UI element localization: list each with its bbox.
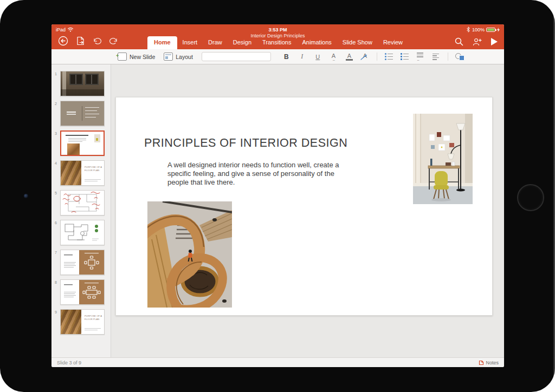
slide-canvas[interactable]: PRINCIPLES OF INTERIOR DESIGN A well des… <box>111 64 504 357</box>
home-button[interactable] <box>517 184 544 211</box>
thumbnail-item-6[interactable]: 6 <box>51 220 111 245</box>
slide-1-thumbnail[interactable] <box>60 71 105 96</box>
clock: 3:53 PM <box>51 27 504 32</box>
shape-icon <box>455 53 464 61</box>
notes-icon <box>479 360 484 365</box>
font-name-field[interactable] <box>202 52 271 61</box>
thumbnail-item-3[interactable]: 3 <box>51 130 111 156</box>
slide-3-thumbnail-selected[interactable] <box>60 130 105 156</box>
new-slide-button[interactable]: + New Slide <box>118 53 155 61</box>
font-color-button[interactable]: A <box>341 53 357 61</box>
slide-counter: Slide 3 of 9 <box>57 360 81 365</box>
tab-draw[interactable]: Draw <box>203 37 228 49</box>
slide-8-thumbnail[interactable] <box>60 279 105 305</box>
tab-insert[interactable]: Insert <box>177 37 203 49</box>
battery-icon <box>486 28 495 32</box>
tab-animations[interactable]: Animations <box>296 37 337 49</box>
tab-slide-show[interactable]: Slide Show <box>337 37 378 49</box>
sketch-floor-plan-graphic <box>61 191 104 215</box>
thumbnail-item-1[interactable]: 1 <box>51 71 111 96</box>
tab-review[interactable]: Review <box>378 37 408 49</box>
slide-number: 2 <box>51 101 60 126</box>
staircase-photo[interactable] <box>147 201 232 308</box>
align-button[interactable] <box>428 54 444 60</box>
thumbnail-item-9[interactable]: 9 PURPOSE OF A FLOOR PLAN <box>51 309 111 335</box>
slide-title-text[interactable]: PRINCIPLES OF INTERIOR DESIGN <box>144 136 347 150</box>
tab-home[interactable]: Home <box>147 36 177 49</box>
toolbar-divider <box>448 53 448 61</box>
slide-4-thumbnail[interactable]: PURPOSE OF A FLOOR PLAN <box>60 160 105 186</box>
slide-5-thumbnail[interactable] <box>60 190 105 215</box>
share-person-icon[interactable] <box>473 38 482 46</box>
toolbar-divider <box>377 53 377 61</box>
slide-number: 1 <box>51 71 60 96</box>
new-slide-icon: + <box>118 53 127 61</box>
notes-button[interactable]: Notes <box>479 360 499 365</box>
rectangle-table-diagram <box>61 280 104 304</box>
app-header: iPad 3:53 PM 100% Interior Design Princi… <box>51 24 504 49</box>
thumbnail-item-7[interactable]: 7 <box>51 250 111 275</box>
slide-number: 6 <box>51 220 60 245</box>
tab-design[interactable]: Design <box>228 37 257 49</box>
slide-7-thumbnail[interactable] <box>60 250 105 275</box>
square-table-diagram <box>61 250 104 275</box>
slide-number: 7 <box>51 250 60 275</box>
desk-photo[interactable] <box>413 114 473 204</box>
thumbnail-item-4[interactable]: 4 PURPOSE OF A FLOOR PLAN <box>51 160 111 186</box>
slide-6-thumbnail[interactable] <box>60 220 105 245</box>
current-slide[interactable]: PRINCIPLES OF INTERIOR DESIGN A well des… <box>115 97 493 316</box>
font-color-swatch <box>346 59 353 61</box>
slide-number: 9 <box>51 309 60 335</box>
ipad-bezel: iPad 3:53 PM 100% Interior Design Princi… <box>0 0 555 392</box>
slide-9-thumbnail[interactable]: PURPOSE OF A FLOOR PLAN <box>60 309 105 335</box>
bold-button[interactable]: B <box>279 53 294 61</box>
text-effects-button[interactable]: A <box>357 53 373 60</box>
line-spacing-button[interactable]: ... <box>412 53 428 61</box>
ribbon-row: Home Insert Draw Design Transitions Anim… <box>51 34 504 49</box>
thumbnail-item-5[interactable]: 5 <box>51 190 111 215</box>
insert-shape-button[interactable] <box>452 53 468 61</box>
status-bar: iPad 3:53 PM 100% <box>51 24 504 34</box>
slide-body-text[interactable]: A well designed interior needs to functi… <box>167 161 347 187</box>
slide-number: 4 <box>51 160 60 186</box>
slide-number: 3 <box>51 130 60 156</box>
underline-button[interactable]: U <box>310 54 326 60</box>
status-footer: Slide 3 of 9 Notes <box>51 357 504 367</box>
site-plan-graphic <box>61 220 104 245</box>
layout-icon <box>164 53 173 61</box>
font-size-button[interactable]: A... <box>326 53 341 61</box>
layout-button[interactable]: Layout <box>164 53 193 61</box>
search-icon[interactable] <box>455 37 463 46</box>
numbered-list-button[interactable] <box>397 53 412 60</box>
thumbnail-item-2[interactable]: 2 <box>51 101 111 126</box>
tab-transitions[interactable]: Transitions <box>257 37 296 49</box>
italic-button[interactable]: I <box>294 53 310 61</box>
screen: iPad 3:53 PM 100% Interior Design Princi… <box>51 24 504 367</box>
play-slideshow-icon[interactable] <box>491 38 498 45</box>
bullet-list-button[interactable] <box>381 53 397 60</box>
slide-2-thumbnail[interactable] <box>60 101 105 126</box>
slide-thumbnail-panel: 1 2 3 <box>51 64 111 357</box>
thumbnail-item-8[interactable]: 8 <box>51 279 111 305</box>
front-camera <box>24 194 28 198</box>
content-area: 1 2 3 <box>51 64 504 357</box>
slide-number: 8 <box>51 279 60 305</box>
slide-number: 5 <box>51 190 60 215</box>
ribbon-tabs: Home Insert Draw Design Transitions Anim… <box>51 34 504 49</box>
format-toolbar: + New Slide Layout B I U A... A A ... <box>51 49 504 64</box>
pen-icon <box>360 55 367 60</box>
